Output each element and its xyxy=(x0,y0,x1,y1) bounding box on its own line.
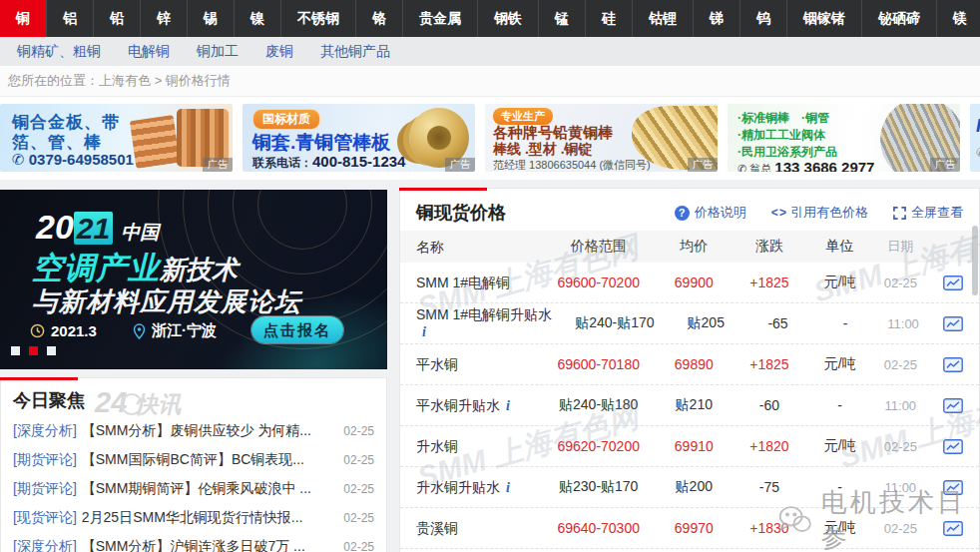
event-carousel-banner[interactable]: 2021中国 空调产业新技术 与新材料应用发展论坛 2021.3 浙江·宁波 点… xyxy=(0,190,387,369)
row-name: 升水铜 xyxy=(416,438,540,455)
chart-icon[interactable] xyxy=(943,398,963,413)
row-name: SMM 1#电解铜升贴水i xyxy=(416,306,559,340)
nav-tab-tin[interactable]: 锡 xyxy=(187,0,234,37)
info-icon[interactable]: i xyxy=(422,323,426,340)
ad-banner-standard-rod[interactable]: ·标准铜棒 ·铜管 ·精加工工业阀体 ·民用卫浴系列产品 ✆ 翁总 133 36… xyxy=(728,104,960,172)
nav-tab-manganese[interactable]: 锰 xyxy=(538,0,585,37)
ad-banner-bronze-tube[interactable]: 国标材质 铜套.青铜管棒板 联系电话：400-815-1234 广告 xyxy=(243,104,475,172)
location-pin-icon xyxy=(133,323,146,339)
nav-tab-tungsten[interactable]: 钨 xyxy=(739,0,786,37)
subnav-other[interactable]: 其他铜产品 xyxy=(320,37,390,66)
news-item[interactable]: [深度分析] 【SMM分析】沪铜连涨多日破7万 ... 02-25 xyxy=(1,532,386,552)
ad-banner-partial[interactable]: HA ✆ xyxy=(970,104,980,172)
subnav-scrap[interactable]: 废铜 xyxy=(265,37,293,66)
carousel-dot-active[interactable] xyxy=(29,346,38,355)
news-link[interactable]: 【SMM分析】废铜供应较少 为何精... xyxy=(82,422,336,440)
row-date: 11:00 xyxy=(871,398,929,413)
nav-tab-steel[interactable]: 钢铁 xyxy=(477,0,538,37)
chart-icon[interactable] xyxy=(943,316,963,331)
info-icon[interactable]: i xyxy=(506,397,510,414)
news-item[interactable]: [深度分析] 【SMM分析】废铜供应较少 为何精... 02-25 xyxy=(1,416,386,445)
subnav-processing[interactable]: 铜加工 xyxy=(197,37,239,66)
row-range: 69620-70200 xyxy=(540,438,657,454)
nav-tab-aluminum[interactable]: 铝 xyxy=(46,0,93,37)
nav-tab-zinc[interactable]: 锌 xyxy=(140,0,187,37)
table-row: 平水铜 69600-70180 69890 +1825 元/吨 02-25 xyxy=(400,344,979,385)
news-link[interactable]: 【SMM国际铜BC简评】BC铜表现... xyxy=(82,451,336,469)
news-date: 02-25 xyxy=(343,540,374,552)
row-average: 69900 xyxy=(657,275,731,290)
news-item[interactable]: [现货评论] 2月25日SMM华北铜现货行情快报... 02-25 xyxy=(1,503,386,532)
nav-tab-chromium[interactable]: 铬 xyxy=(355,0,402,37)
news-category[interactable]: [现货评论] xyxy=(13,509,77,527)
nav-tab-indium[interactable]: 铟镓锗 xyxy=(786,0,861,37)
subnav-concentrate[interactable]: 铜精矿、粗铜 xyxy=(17,37,101,66)
news-link[interactable]: 【SMM期铜简评】伦铜乘风破浪中 ... xyxy=(82,480,336,498)
col-average: 均价 xyxy=(657,238,731,256)
chart-icon[interactable] xyxy=(943,276,963,290)
news-category[interactable]: [深度分析] xyxy=(13,538,77,552)
subnav-cathode[interactable]: 电解铜 xyxy=(128,37,170,66)
breadcrumb-current: 铜价格行情 xyxy=(166,73,231,88)
event-signup-button[interactable]: 点击报名 xyxy=(251,316,343,343)
carousel-dot[interactable] xyxy=(47,346,56,355)
nav-tab-bismuth[interactable]: 铋硒碲 xyxy=(861,0,936,37)
chart-icon[interactable] xyxy=(943,439,963,454)
fullscreen-link[interactable]: 全屏查看 xyxy=(893,204,963,222)
nav-tab-stainless[interactable]: 不锈钢 xyxy=(280,0,355,37)
row-name: 贵溪铜 xyxy=(416,520,540,537)
news-link[interactable]: 2月25日SMM华北铜现货行情快报... xyxy=(82,509,336,527)
row-range: 贴240-贴180 xyxy=(540,396,657,414)
carousel-dot[interactable] xyxy=(11,346,20,355)
row-name: 平水铜升贴水i xyxy=(416,397,540,414)
news-date: 02-25 xyxy=(343,482,374,496)
price-card-title: 铜现货价格 xyxy=(416,201,506,225)
ad1-copper-image xyxy=(130,115,180,169)
news-item[interactable]: [期货评论] 【SMM期铜简评】伦铜乘风破浪中 ... 02-25 xyxy=(1,474,386,503)
scrollbar-thumb[interactable] xyxy=(972,226,978,295)
ad-banner-copper-alloy[interactable]: 铜合金板、带 箔、管、棒 ✆ 0379-64958501 广告 xyxy=(0,104,233,172)
quote-embed-link[interactable]: < > 引用有色价格 xyxy=(771,204,868,222)
row-range: 69600-70200 xyxy=(540,275,657,290)
news-category[interactable]: [期货评论] xyxy=(13,451,77,469)
row-unit: - xyxy=(808,397,872,413)
row-name: 平水铜 xyxy=(416,356,540,373)
chart-icon[interactable] xyxy=(943,357,963,372)
news-category[interactable]: [期货评论] xyxy=(13,480,77,498)
ad-banner-brass-rod[interactable]: 专业生产 各种牌号铅黄铜棒 棒线 .型材 .铜锭 范经理 13806635044… xyxy=(485,104,718,172)
row-range: 贴240-贴170 xyxy=(559,314,671,332)
nav-tab-precious[interactable]: 贵金属 xyxy=(402,0,477,37)
row-average: 贴205 xyxy=(671,314,740,332)
nav-tab-copper[interactable]: 铜 xyxy=(0,0,46,37)
news-category[interactable]: [深度分析] xyxy=(13,422,77,440)
nav-tab-magnesium[interactable]: 镁 xyxy=(936,0,980,37)
row-date: 02-25 xyxy=(871,439,929,454)
breadcrumb-home-link[interactable]: 上海有色 xyxy=(99,73,151,88)
nav-tab-antimony[interactable]: 锑 xyxy=(693,0,739,37)
ad3-badge: 专业生产 xyxy=(493,108,553,125)
row-date: 02-25 xyxy=(871,521,929,536)
ad-tag: 广告 xyxy=(688,158,718,172)
event-date: 2021.3 xyxy=(30,322,97,339)
copper-subnav: 铜精矿、粗铜 电解铜 铜加工 废铜 其他铜产品 xyxy=(0,37,980,66)
news-list: [深度分析] 【SMM分析】废铜供应较少 为何精... 02-25 [期货评论]… xyxy=(1,416,386,552)
chart-icon[interactable] xyxy=(943,521,963,536)
nav-tab-nickel[interactable]: 镍 xyxy=(234,0,280,37)
nav-tab-cobalt-lithium[interactable]: 钴锂 xyxy=(632,0,693,37)
code-icon: < > xyxy=(771,206,785,220)
chart-icon[interactable] xyxy=(943,480,963,495)
col-change: 涨跌 xyxy=(731,238,808,256)
price-help-link[interactable]: ? 价格说明 xyxy=(675,204,746,222)
nav-tab-silicon[interactable]: 硅 xyxy=(585,0,632,37)
phone-icon: ✆ xyxy=(737,163,746,172)
nav-tab-lead[interactable]: 铅 xyxy=(93,0,140,37)
spot-price-card: 铜现货价格 ? 价格说明 < > 引用有色价格 全屏查看 名称 价格范围 均价 xyxy=(399,188,980,552)
ad3-contact: 范经理 13806635044 (微信同号) xyxy=(493,158,651,172)
row-unit: 元/吨 xyxy=(808,437,872,455)
table-row: 平水铜升贴水i 贴240-贴180 贴210 -60 - 11:00 xyxy=(400,385,979,426)
news-link[interactable]: 【SMM分析】沪铜连涨多日破7万 ... xyxy=(82,538,336,552)
row-date: 11:00 xyxy=(876,316,931,331)
info-icon[interactable]: i xyxy=(506,479,510,496)
row-change: -65 xyxy=(740,315,814,331)
news-item[interactable]: [期货评论] 【SMM国际铜BC简评】BC铜表现... 02-25 xyxy=(1,445,386,474)
